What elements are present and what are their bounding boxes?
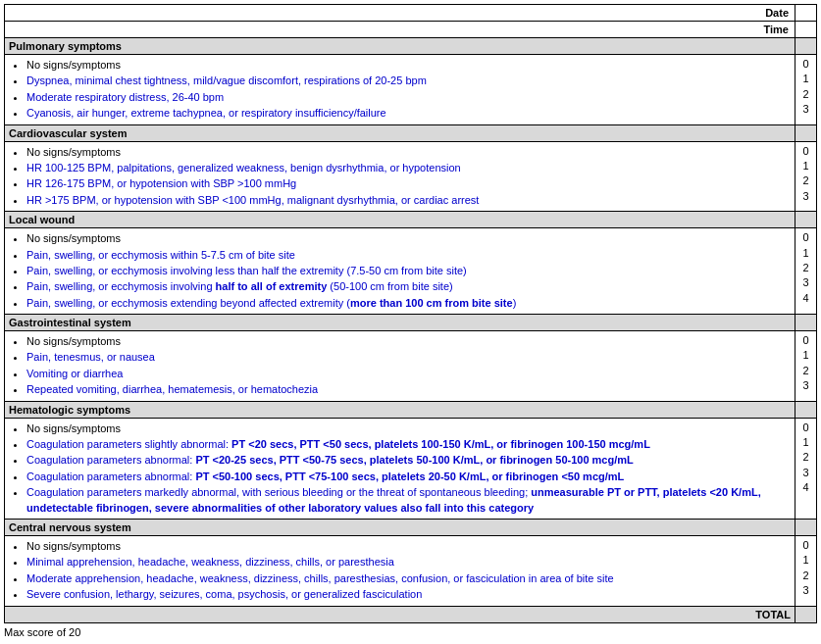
section-title-local_wound: Local wound <box>5 212 795 228</box>
section-title-gastrointestinal: Gastrointestinal system <box>5 315 795 331</box>
list-item: HR >175 BPM, or hypotension with SBP <10… <box>26 193 791 208</box>
list-item: HR 100-125 BPM, palpitations, generalize… <box>26 161 791 175</box>
list-item: HR 126-175 BPM, or hypotension with SBP … <box>26 176 791 191</box>
score-value: 2 <box>799 173 812 188</box>
section-header-local_wound: Local wound <box>5 212 817 228</box>
section-header-score-pulmonary <box>795 38 817 55</box>
total-row: TOTAL <box>5 606 817 622</box>
score-value: 4 <box>799 480 812 495</box>
section-title-pulmonary: Pulmonary symptoms <box>5 38 795 55</box>
list-item: Pain, tenesmus, or nausea <box>26 350 791 365</box>
score-value: 0 <box>799 421 812 435</box>
list-item: Pain, swelling, or ecchymosis involving … <box>26 279 791 294</box>
section-content-hematologic: No signs/symptomsCoagulation parameters … <box>5 418 795 519</box>
section-scores-hematologic: 01234 <box>795 418 817 519</box>
section-items-cns: No signs/symptomsMinimal apprehension, h… <box>5 535 817 606</box>
section-items-hematologic: No signs/symptomsCoagulation parameters … <box>5 418 817 519</box>
section-header-gastrointestinal: Gastrointestinal system <box>5 315 817 331</box>
score-value: 0 <box>799 538 812 553</box>
score-value: 1 <box>799 348 812 363</box>
section-scores-gastrointestinal: 0123 <box>795 331 817 402</box>
total-label: TOTAL <box>5 606 795 622</box>
list-item: No signs/symptoms <box>26 539 791 554</box>
score-value: 3 <box>799 583 812 598</box>
list-item: Pain, swelling, or ecchymosis within 5-7… <box>26 248 791 263</box>
score-value: 0 <box>799 144 812 159</box>
score-value: 2 <box>799 364 812 378</box>
section-scores-cardiovascular: 0123 <box>795 141 817 212</box>
max-score-label: Max score of 20 <box>4 626 817 638</box>
section-content-pulmonary: No signs/symptomsDyspnea, minimal chest … <box>5 55 795 125</box>
list-item: No signs/symptoms <box>26 421 791 436</box>
section-header-pulmonary: Pulmonary symptoms <box>5 38 817 55</box>
list-item: Coagulation parameters abnormal: PT <20-… <box>26 453 791 468</box>
section-header-cns: Central nervous system <box>5 519 817 535</box>
section-items-gastrointestinal: No signs/symptomsPain, tenesmus, or naus… <box>5 331 817 402</box>
time-label: Time <box>5 22 795 38</box>
list-item: Minimal apprehension, headache, weakness… <box>26 555 791 570</box>
section-content-cns: No signs/symptomsMinimal apprehension, h… <box>5 535 795 606</box>
section-header-score-cardiovascular <box>795 124 817 141</box>
score-value: 1 <box>799 159 812 173</box>
section-items-local_wound: No signs/symptomsPain, swelling, or ecch… <box>5 228 817 315</box>
list-item: Cyanosis, air hunger, extreme tachypnea,… <box>26 106 791 121</box>
list-item: Repeated vomiting, diarrhea, hematemesis… <box>26 382 791 397</box>
score-value: 3 <box>799 102 812 117</box>
list-item: No signs/symptoms <box>26 58 791 73</box>
total-score <box>795 606 817 622</box>
score-value: 0 <box>799 333 812 348</box>
time-row: Time <box>5 22 817 38</box>
score-value: 3 <box>799 466 812 480</box>
list-item: No signs/symptoms <box>26 145 791 160</box>
score-value: 1 <box>799 553 812 568</box>
list-item: Pain, swelling, or ecchymosis involving … <box>26 264 791 278</box>
section-header-score-cns <box>795 519 817 535</box>
section-content-gastrointestinal: No signs/symptomsPain, tenesmus, or naus… <box>5 331 795 402</box>
section-scores-cns: 0123 <box>795 535 817 606</box>
list-item: Vomiting or diarrhea <box>26 367 791 381</box>
list-item: No signs/symptoms <box>26 334 791 349</box>
score-value: 4 <box>799 291 812 306</box>
section-header-score-hematologic <box>795 401 817 418</box>
score-value: 2 <box>799 569 812 583</box>
section-header-score-local_wound <box>795 212 817 228</box>
section-header-score-gastrointestinal <box>795 315 817 331</box>
score-value: 3 <box>799 275 812 290</box>
list-item: Dyspnea, minimal chest tightness, mild/v… <box>26 74 791 88</box>
section-title-hematologic: Hematologic symptoms <box>5 401 795 418</box>
score-value: 3 <box>799 189 812 204</box>
section-title-cardiovascular: Cardiovascular system <box>5 124 795 141</box>
section-content-local_wound: No signs/symptomsPain, swelling, or ecch… <box>5 228 795 315</box>
section-scores-pulmonary: 0123 <box>795 55 817 125</box>
score-value: 1 <box>799 435 812 450</box>
list-item: Pain, swelling, or ecchymosis extending … <box>26 296 791 311</box>
section-scores-local_wound: 01234 <box>795 228 817 315</box>
score-value: 2 <box>799 87 812 102</box>
score-value: 1 <box>799 246 812 261</box>
score-value: 0 <box>799 230 812 245</box>
list-item: Moderate respiratory distress, 26-40 bpm <box>26 90 791 105</box>
score-value: 0 <box>799 57 812 72</box>
list-item: Coagulation parameters abnormal: PT <50-… <box>26 470 791 484</box>
time-score-col <box>795 22 817 38</box>
header-row: Date <box>5 5 817 22</box>
score-value: 2 <box>799 261 812 275</box>
section-title-cns: Central nervous system <box>5 519 795 535</box>
header-score-col <box>795 5 817 22</box>
list-item: Coagulation parameters slightly abnormal… <box>26 437 791 452</box>
list-item: Coagulation parameters markedly abnormal… <box>26 485 791 516</box>
section-content-cardiovascular: No signs/symptomsHR 100-125 BPM, palpita… <box>5 141 795 212</box>
score-value: 1 <box>799 72 812 86</box>
score-value: 3 <box>799 378 812 393</box>
section-items-cardiovascular: No signs/symptomsHR 100-125 BPM, palpita… <box>5 141 817 212</box>
section-header-cardiovascular: Cardiovascular system <box>5 124 817 141</box>
list-item: No signs/symptoms <box>26 231 791 246</box>
score-value: 2 <box>799 450 812 465</box>
list-item: Severe confusion, lethargy, seizures, co… <box>26 587 791 602</box>
header-date-cell: Date <box>5 5 795 22</box>
list-item: Moderate apprehension, headache, weaknes… <box>26 571 791 586</box>
section-header-hematologic: Hematologic symptoms <box>5 401 817 418</box>
section-items-pulmonary: No signs/symptomsDyspnea, minimal chest … <box>5 55 817 125</box>
